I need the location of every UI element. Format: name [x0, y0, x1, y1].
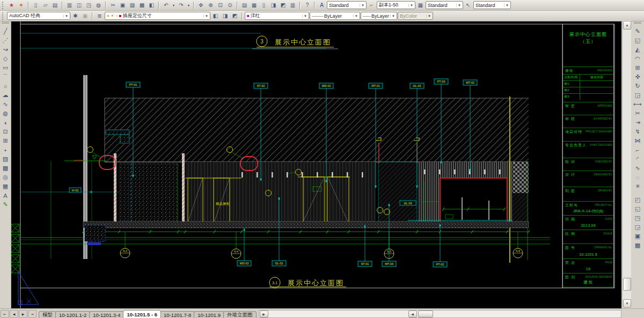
dim-style-select[interactable]: 副本1-50▼ — [377, 1, 415, 9]
array-icon[interactable]: ⊞ — [633, 63, 642, 72]
copy-icon[interactable]: ◱ — [633, 36, 642, 45]
toolbar-grip[interactable] — [2, 2, 5, 9]
layer-properties-icon[interactable]: ≣ — [95, 11, 104, 20]
table-style-select[interactable]: Standard▼ — [426, 1, 463, 9]
bring-to-front-icon[interactable]: ◰ — [633, 195, 642, 204]
chevron-down-icon[interactable]: ▼ — [360, 4, 364, 7]
plugin-b-icon[interactable]: ✦ — [17, 1, 26, 10]
plotstyle-select[interactable]: ByColor▼ — [398, 12, 433, 20]
cut-icon[interactable]: ✂ — [108, 1, 118, 10]
markup-set-manager-icon[interactable]: ◩ — [279, 1, 288, 10]
fillet-icon[interactable]: ∿ — [633, 164, 642, 173]
extend-icon[interactable]: ⇥ — [633, 118, 642, 127]
polyline-icon[interactable]: ↝ — [1, 45, 10, 54]
vertical-scrollbar[interactable]: ▲ ▼ — [622, 20, 631, 308]
workspace-select[interactable]: AutoCAD 经典▼ — [7, 12, 70, 20]
pan-icon[interactable]: ✜ — [196, 1, 206, 10]
scroll-down-button[interactable]: ▼ — [623, 299, 631, 308]
zoom-previous-icon[interactable]: ⊙ — [225, 1, 235, 10]
paste-icon[interactable]: ▨ — [128, 1, 137, 10]
mleader-style-select[interactable]: Standard▼ — [473, 1, 511, 9]
text-style-select[interactable]: Standard▼ — [327, 1, 367, 9]
chamfer-icon[interactable]: ◜ — [633, 154, 642, 164]
chevron-down-icon[interactable]: ▼ — [426, 14, 431, 18]
match-properties-icon[interactable]: ◧ — [147, 1, 156, 10]
blend-icon[interactable]: ◌ — [633, 173, 642, 182]
properties-palette-icon[interactable]: ▤ — [240, 1, 249, 10]
plot-icon[interactable]: ▥ — [65, 1, 74, 10]
publish-icon[interactable]: ◳ — [84, 1, 93, 10]
plot-preview-icon[interactable]: ◫ — [75, 1, 84, 10]
layout-tab-10-1201.3-4[interactable]: 10-1201.3-4 — [89, 311, 124, 318]
text-to-front-icon[interactable]: ▣ — [633, 232, 642, 241]
table-icon[interactable]: ▦ — [1, 182, 10, 191]
sheet-set-manager-icon[interactable]: ◨ — [269, 1, 278, 10]
break-at-point-icon[interactable]: ↯ — [633, 127, 642, 136]
designcenter-icon[interactable]: ▦ — [250, 1, 259, 10]
layout-tab-10-1201.1-2[interactable]: 10-1201.1-2 — [55, 311, 90, 318]
linetype-select[interactable]: ———ByLayer▼ — [310, 12, 360, 20]
multiline-text-icon[interactable]: A — [1, 191, 10, 200]
layer-states-icon[interactable]: ◩ — [230, 11, 239, 20]
redo-icon[interactable]: ↷ — [177, 1, 186, 10]
stretch-icon[interactable]: ⟷ — [633, 100, 642, 109]
polygon-icon[interactable]: ◇ — [1, 54, 10, 63]
chevron-down-icon[interactable]: ▼ — [203, 14, 208, 18]
horizontal-scroll-thumb[interactable] — [418, 310, 433, 317]
chevron-down-icon[interactable]: ▼ — [408, 4, 413, 7]
vertical-scroll-thumb[interactable] — [623, 278, 631, 291]
rotate-icon[interactable]: ↻ — [633, 82, 642, 91]
copy-clip-icon[interactable]: ▣ — [118, 1, 127, 10]
join-icon[interactable]: ⌐ — [633, 145, 642, 154]
undo-icon[interactable]: ↶ — [162, 1, 171, 10]
hatch-icon[interactable]: ▨ — [1, 154, 10, 164]
undo-menu-icon[interactable]: ▾ — [171, 1, 176, 10]
first-tab-button[interactable]: ⇤ — [1, 310, 9, 318]
text-style-icon[interactable]: A — [317, 1, 326, 10]
toolbar-grip[interactable] — [2, 12, 5, 20]
region-icon[interactable]: ◎ — [1, 173, 10, 182]
scroll-up-button[interactable]: ▲ — [623, 21, 631, 29]
scroll-right-button[interactable]: ▶ — [260, 310, 268, 317]
table-style-icon[interactable]: ▦ — [416, 1, 425, 10]
layer-select[interactable]: ●☀○■插座定位尺寸▼ — [105, 12, 210, 20]
layout-tab-10-1201.7-8[interactable]: 10-1201.7-8 — [160, 311, 195, 318]
scale-icon[interactable]: ◲ — [633, 91, 642, 100]
layout-tab-10-1201.5-6[interactable]: 10-1201.5 - 6 — [123, 310, 161, 318]
make-block-icon[interactable]: ⊞ — [1, 136, 10, 145]
prev-tab-button[interactable]: ◀ — [10, 310, 18, 318]
layout-tab-外墙立面图[interactable]: 外墙立面图 — [223, 311, 257, 318]
make-layer-current-icon[interactable]: ◧ — [211, 11, 220, 20]
chevron-down-icon[interactable]: ▼ — [353, 14, 358, 18]
chevron-down-icon[interactable]: ▼ — [456, 4, 461, 7]
paste-special-icon[interactable]: ▩ — [137, 1, 147, 10]
ellipse-arc-icon[interactable]: ◖ — [1, 118, 10, 127]
lineweight-select[interactable]: ——ByLayer▼ — [361, 12, 397, 20]
mirror-icon[interactable]: ◭ — [633, 45, 642, 54]
tool-palettes-icon[interactable]: ▯ — [259, 1, 268, 10]
chevron-down-icon[interactable]: ▼ — [63, 14, 68, 18]
trim-icon[interactable]: ✂ — [633, 109, 642, 118]
move-icon[interactable]: ✜ — [633, 72, 642, 82]
bring-above-icon[interactable]: ◳ — [633, 213, 642, 223]
last-tab-button[interactable]: ⇥ — [28, 310, 36, 318]
save-workspace-icon[interactable]: ▣ — [80, 11, 90, 20]
next-tab-button[interactable]: ▶ — [19, 310, 27, 318]
point-icon[interactable]: • — [1, 145, 10, 154]
break-icon[interactable]: ⋈ — [633, 136, 642, 145]
construction-line-icon[interactable]: ⋰ — [1, 36, 10, 45]
layer-previous-icon[interactable]: ◨ — [221, 11, 230, 20]
ellipse-icon[interactable]: ◍ — [1, 109, 10, 118]
save-icon[interactable]: ▤ — [50, 1, 60, 10]
drawing-canvas[interactable]: 3 展示中心立面图 — [11, 20, 621, 308]
color-select[interactable]: ■洋红▼ — [245, 12, 309, 20]
gradient-icon[interactable]: ▩ — [1, 164, 10, 173]
offset-icon[interactable]: ◠ — [633, 54, 642, 63]
rectangle-icon[interactable]: ▭ — [1, 63, 10, 72]
erase-icon[interactable]: ✎ — [633, 27, 642, 36]
toolbar-grip[interactable] — [2, 22, 9, 26]
add-selected-icon[interactable]: ✎ — [1, 200, 10, 209]
chevron-down-icon[interactable]: ▼ — [504, 4, 509, 7]
horizontal-scrollbar[interactable]: ◀ ▶ — [259, 310, 621, 318]
zoom-realtime-icon[interactable]: ⊕ — [206, 1, 215, 10]
